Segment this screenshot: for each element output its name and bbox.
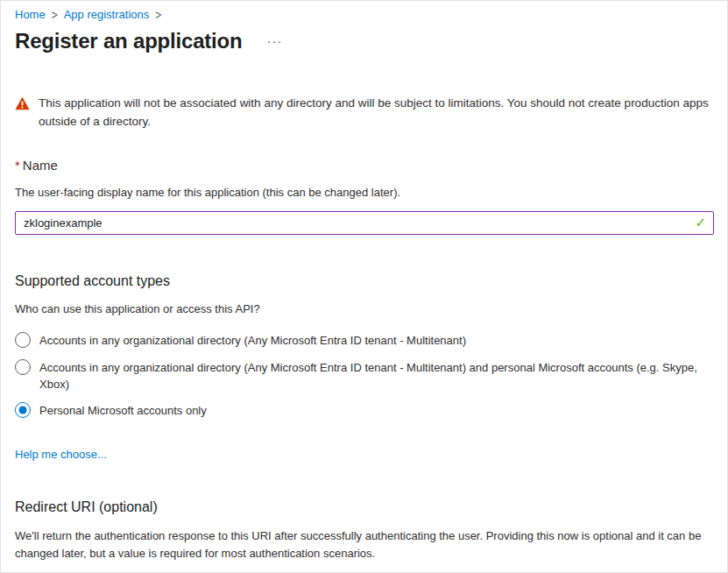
radio-option-label[interactable]: Personal Microsoft accounts only (39, 402, 207, 420)
warning-banner: This application will not be associated … (15, 95, 714, 131)
breadcrumb-app-registrations-link[interactable]: App registrations (64, 8, 150, 21)
account-type-radio-group: Accounts in any organizational directory… (15, 332, 714, 420)
breadcrumb: Home > App registrations > (15, 1, 714, 21)
redirect-uri-heading: Redirect URI (optional) (15, 499, 714, 515)
account-types-question: Who can use this application or access t… (15, 302, 714, 315)
radio-option-label[interactable]: Accounts in any organizational directory… (39, 359, 707, 393)
supported-account-types-heading: Supported account types (15, 273, 714, 289)
radio-option-multitenant[interactable]: Accounts in any organizational directory… (15, 332, 707, 350)
warning-text: This application will not be associated … (39, 95, 714, 131)
radio-button-icon[interactable] (15, 359, 31, 375)
radio-option-multitenant-personal[interactable]: Accounts in any organizational directory… (15, 359, 707, 393)
required-marker: * (15, 158, 20, 173)
page-title: Register an application (15, 29, 242, 53)
breadcrumb-separator-icon: > (155, 7, 161, 21)
radio-option-label[interactable]: Accounts in any organizational directory… (39, 332, 466, 350)
redirect-uri-description: We'll return the authentication response… (15, 527, 714, 562)
name-input-wrap: ✓ (15, 211, 714, 235)
name-field-description: The user-facing display name for this ap… (15, 186, 714, 199)
help-me-choose-link[interactable]: Help me choose... (15, 448, 107, 461)
name-input[interactable] (15, 211, 714, 235)
more-options-icon[interactable]: ··· (265, 37, 284, 46)
breadcrumb-separator-icon: > (52, 7, 58, 21)
name-field-label: *Name (15, 158, 714, 173)
breadcrumb-home-link[interactable]: Home (15, 8, 46, 21)
radio-option-personal-only[interactable]: Personal Microsoft accounts only (15, 402, 707, 420)
radio-button-selected-icon[interactable] (15, 402, 31, 418)
radio-button-icon[interactable] (15, 332, 31, 348)
page-header: Register an application ··· (15, 29, 714, 53)
warning-triangle-icon (15, 96, 30, 113)
register-application-page: Home > App registrations > Register an a… (1, 1, 727, 573)
